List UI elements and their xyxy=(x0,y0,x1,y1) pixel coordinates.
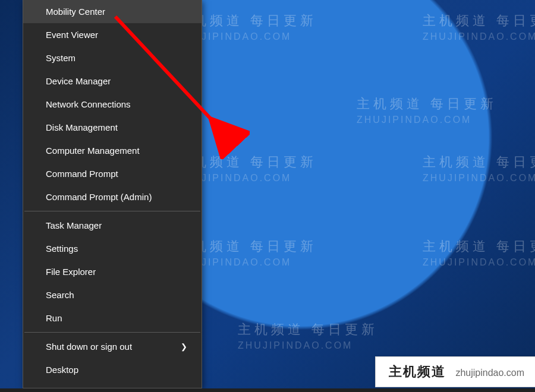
menu-mobility-center[interactable]: Mobility Center xyxy=(23,0,202,23)
menu-system-label: System xyxy=(46,53,75,63)
menu-command-prompt[interactable]: Command Prompt xyxy=(23,162,202,185)
menu-computer-management[interactable]: Computer Management xyxy=(23,139,202,162)
menu-run[interactable]: Run xyxy=(23,306,202,330)
winx-context-menu: Mobility CenterEvent ViewerSystemDevice … xyxy=(23,0,202,388)
taskbar[interactable] xyxy=(0,388,535,392)
menu-settings-label: Settings xyxy=(46,244,78,254)
menu-desktop[interactable]: Desktop xyxy=(23,358,202,381)
menu-run-label: Run xyxy=(46,313,62,323)
menu-disk-management[interactable]: Disk Management xyxy=(23,116,202,139)
menu-event-viewer[interactable]: Event Viewer xyxy=(23,23,202,46)
source-label-title: 主机频道 xyxy=(389,363,446,381)
menu-command-prompt-admin-label: Command Prompt (Admin) xyxy=(46,192,152,202)
menu-disk-management-label: Disk Management xyxy=(46,122,118,132)
menu-network-connections[interactable]: Network Connections xyxy=(23,93,202,116)
menu-device-manager-label: Device Manager xyxy=(46,76,111,86)
menu-desktop-label: Desktop xyxy=(46,365,78,375)
menu-system[interactable]: System xyxy=(23,46,202,69)
menu-network-connections-label: Network Connections xyxy=(46,99,131,109)
menu-task-manager-label: Task Manager xyxy=(46,220,102,230)
source-label-url: zhujipindao.com xyxy=(455,368,524,378)
menu-file-explorer[interactable]: File Explorer xyxy=(23,260,202,283)
menu-task-manager[interactable]: Task Manager xyxy=(23,214,202,237)
source-label-box: 主机频道 zhujipindao.com xyxy=(375,356,535,387)
menu-file-explorer-label: File Explorer xyxy=(46,267,96,277)
menu-shutdown-signout-label: Shut down or sign out xyxy=(46,342,132,352)
menu-separator xyxy=(24,211,200,211)
menu-search[interactable]: Search xyxy=(23,283,202,306)
chevron-right-icon: ❯ xyxy=(181,342,187,351)
menu-search-label: Search xyxy=(46,290,74,300)
menu-event-viewer-label: Event Viewer xyxy=(46,30,98,40)
menu-device-manager[interactable]: Device Manager xyxy=(23,69,202,93)
menu-mobility-center-label: Mobility Center xyxy=(46,7,105,17)
menu-separator xyxy=(24,332,200,333)
menu-settings[interactable]: Settings xyxy=(23,237,202,260)
menu-shutdown-signout[interactable]: Shut down or sign out❯ xyxy=(23,335,202,358)
menu-command-prompt-label: Command Prompt xyxy=(46,169,118,179)
menu-command-prompt-admin[interactable]: Command Prompt (Admin) xyxy=(23,185,202,208)
menu-computer-management-label: Computer Management xyxy=(46,146,140,156)
